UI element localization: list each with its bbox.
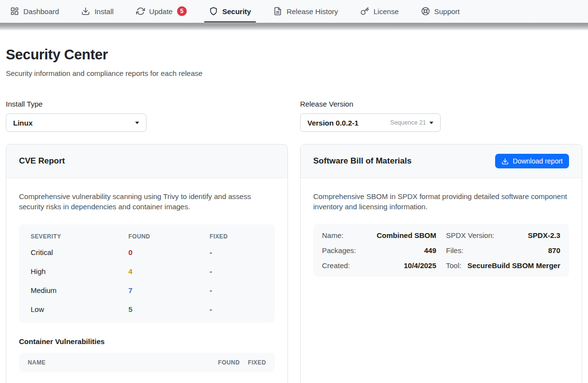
severity-name: Critical [31, 248, 128, 256]
nav-item-install[interactable]: Install [79, 0, 115, 22]
nav-label: Security [222, 7, 251, 16]
severity-name: High [31, 267, 128, 275]
top-nav: Dashboard Install Update 5 Security [0, 0, 588, 23]
found-count: 4 [128, 267, 210, 275]
sbom-card: Software Bill of Materials Download repo… [300, 144, 582, 383]
found-count: 0 [128, 248, 210, 256]
nav-item-update[interactable]: Update 5 [134, 0, 189, 22]
sbom-description: Comprehensive SBOM in SPDX format provid… [313, 191, 569, 212]
sbom-files-value: 870 [548, 246, 560, 255]
nav-item-license[interactable]: License [358, 0, 401, 22]
cve-description: Comprehensive vulnerability scanning usi… [19, 191, 275, 212]
release-version-value: Version 0.0.2-1 [307, 119, 390, 127]
sbom-files-label: Files: [446, 246, 463, 255]
key-icon [360, 7, 369, 16]
container-vulnerabilities-title: Container Vulnerabilities [19, 337, 275, 346]
name-column-header: NAME [28, 359, 210, 366]
install-type-select[interactable]: Linux [6, 113, 146, 132]
nav-label: Update [149, 7, 173, 16]
page-title: Security Center [6, 47, 582, 63]
sbom-tool-value: SecureBuild SBOM Merger [467, 261, 560, 270]
fixed-count: - [210, 286, 263, 294]
lifebuoy-icon [421, 7, 430, 16]
refresh-icon [136, 7, 145, 16]
sbom-created-label: Created: [322, 261, 350, 270]
sbom-card-header: Software Bill of Materials Download repo… [301, 145, 582, 178]
severity-column-header: SEVERITY [31, 233, 128, 240]
page-subtitle: Security information and compliance repo… [6, 69, 582, 77]
update-count-badge: 5 [177, 6, 187, 16]
report-cards-row: CVE Report Comprehensive vulnerability s… [6, 144, 582, 383]
sbom-created-value: 10/4/2025 [404, 261, 436, 270]
sbom-spdx-version-label: SPDX Version: [446, 231, 494, 239]
filters-row: Install Type Linux Release Version Versi… [6, 100, 582, 132]
severity-name: Low [31, 305, 128, 313]
release-sequence-label: Sequence 21 [390, 119, 426, 126]
shield-icon [209, 7, 218, 16]
sbom-card-title: Software Bill of Materials [313, 156, 411, 166]
sbom-info-grid: Name: Combined SBOM SPDX Version: SPDX-2… [313, 224, 569, 277]
nav-label: Release History [286, 7, 338, 16]
sbom-name-value: Combined SBOM [377, 231, 437, 239]
install-type-label: Install Type [6, 100, 288, 108]
found-count: 7 [128, 286, 210, 294]
container-vulnerabilities-table-header: NAME FOUND FIXED [19, 353, 275, 372]
fixed-count: - [210, 248, 263, 256]
main-content: Security Center Security information and… [0, 31, 588, 383]
install-type-filter: Install Type Linux [6, 100, 288, 132]
severity-name: Medium [31, 286, 128, 294]
nav-label: Support [434, 7, 460, 16]
sbom-packages-label: Packages: [322, 246, 356, 255]
fixed-count: - [210, 305, 263, 313]
nav-label: Dashboard [23, 7, 59, 16]
release-version-label: Release Version [300, 100, 582, 108]
table-row: Critical 0 - [19, 243, 275, 262]
sbom-packages-value: 449 [424, 246, 436, 255]
download-icon [501, 158, 509, 165]
document-icon [273, 7, 282, 16]
download-report-label: Download report [513, 157, 563, 165]
sbom-spdx-version-value: SPDX-2.3 [528, 231, 560, 239]
nav-label: License [374, 7, 399, 16]
list-item: Name: Combined SBOM [322, 231, 436, 239]
sbom-name-label: Name: [322, 231, 343, 239]
nav-item-support[interactable]: Support [419, 0, 462, 22]
release-version-select[interactable]: Version 0.0.2-1 Sequence 21 [300, 113, 441, 132]
found-column-header: FOUND [210, 359, 240, 366]
list-item: Packages: 449 [322, 246, 436, 255]
nav-item-dashboard[interactable]: Dashboard [8, 0, 61, 22]
chevron-down-icon [429, 122, 433, 124]
nav-scroll-shadow [0, 23, 588, 31]
sbom-tool-label: Tool: [446, 261, 462, 270]
fixed-column-header: FIXED [240, 359, 266, 366]
release-version-filter: Release Version Version 0.0.2-1 Sequence… [300, 100, 582, 132]
nav-item-release-history[interactable]: Release History [271, 0, 340, 22]
fixed-count: - [210, 267, 263, 275]
list-item: Tool: SecureBuild SBOM Merger [446, 261, 560, 270]
cve-card-header: CVE Report [6, 145, 287, 178]
severity-table-header: SEVERITY FOUND FIXED [19, 227, 275, 243]
nav-label: Install [94, 7, 113, 16]
found-count: 5 [128, 305, 210, 313]
severity-table: SEVERITY FOUND FIXED Critical 0 - High 4… [19, 224, 275, 323]
list-item: Created: 10/4/2025 [322, 261, 436, 270]
cve-report-card: CVE Report Comprehensive vulnerability s… [6, 144, 288, 383]
table-row: Low 5 - [19, 300, 275, 319]
nav-item-security[interactable]: Security [207, 0, 253, 22]
fixed-column-header: FIXED [210, 233, 263, 240]
table-row: Medium 7 - [19, 281, 275, 300]
dashboard-grid-icon [10, 7, 19, 16]
install-type-value: Linux [13, 119, 135, 127]
sbom-card-body: Comprehensive SBOM in SPDX format provid… [301, 178, 582, 290]
cve-card-body: Comprehensive vulnerability scanning usi… [6, 178, 287, 383]
list-item: Files: 870 [446, 246, 560, 255]
found-column-header: FOUND [128, 233, 210, 240]
download-report-button[interactable]: Download report [495, 154, 569, 168]
download-icon [81, 7, 90, 16]
cve-card-title: CVE Report [19, 156, 65, 166]
list-item: SPDX Version: SPDX-2.3 [446, 231, 560, 239]
chevron-down-icon [135, 122, 139, 124]
table-row: High 4 - [19, 262, 275, 281]
